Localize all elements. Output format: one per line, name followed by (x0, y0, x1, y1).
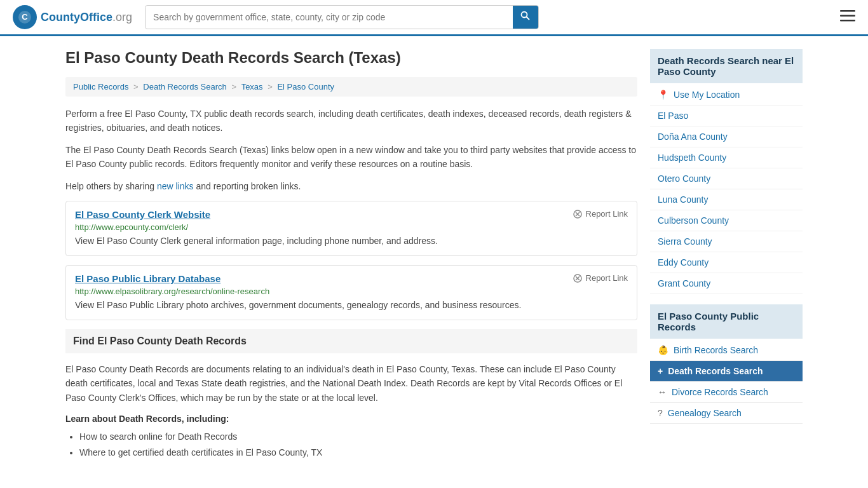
search-input[interactable] (146, 7, 513, 27)
breadcrumb-death-records-search[interactable]: Death Records Search (143, 82, 227, 92)
breadcrumb-sep-1: > (133, 82, 140, 92)
death-icon: + (658, 366, 663, 376)
breadcrumb-public-records[interactable]: Public Records (73, 82, 128, 92)
search-button[interactable] (513, 6, 538, 29)
breadcrumb-el-paso-county[interactable]: El Paso County (277, 82, 334, 92)
breadcrumb-sep-3: > (268, 82, 275, 92)
sidebar-public-records-title: El Paso County Public Records (650, 304, 803, 339)
sidebar-item-grant[interactable]: Grant County (650, 273, 803, 294)
svg-rect-4 (840, 10, 855, 12)
link-entry-library: El Paso Public Library Database Report L… (65, 265, 637, 320)
sidebar: Death Records Search near El Paso County… (650, 49, 803, 461)
logo-text: CountyOffice.org (41, 11, 132, 24)
sidebar-item-otero[interactable]: Otero County (650, 168, 803, 189)
sidebar-item-eddy[interactable]: Eddy County (650, 252, 803, 273)
link-desc-clerk: View El Paso County Clerk general inform… (75, 234, 628, 248)
report-link-library[interactable]: Report Link (573, 273, 628, 283)
svg-text:C: C (22, 12, 28, 22)
find-section-heading: Find El Paso County Death Records (65, 329, 637, 353)
menu-button[interactable] (840, 9, 855, 25)
new-links-link[interactable]: new links (157, 181, 194, 191)
logo[interactable]: C CountyOffice.org (13, 5, 132, 29)
learn-bullets: How to search online for Death Records W… (65, 429, 637, 461)
genealogy-icon: ? (658, 408, 663, 418)
learn-heading: Learn about Death Records, including: (65, 414, 637, 424)
svg-rect-5 (840, 15, 855, 17)
bullet-1: How to search online for Death Records (79, 429, 637, 445)
report-link-clerk[interactable]: Report Link (573, 209, 628, 219)
search-bar (145, 5, 539, 29)
logo-icon: C (13, 5, 37, 29)
svg-point-2 (522, 12, 527, 18)
sidebar-item-birth-records[interactable]: 👶 Birth Records Search (650, 340, 803, 361)
location-icon: 📍 (658, 90, 668, 100)
sidebar-item-death-records[interactable]: + Death Records Search (650, 361, 803, 382)
divorce-icon: ↔ (658, 387, 667, 397)
description-2: The El Paso County Death Records Search … (65, 143, 637, 172)
sidebar-item-dona-ana[interactable]: Doña Ana County (650, 126, 803, 147)
link-title-library[interactable]: El Paso Public Library Database (75, 273, 220, 284)
description-1: Perform a free El Paso County, TX public… (65, 107, 637, 135)
sidebar-public-records-list: 👶 Birth Records Search + Death Records S… (650, 340, 803, 424)
sidebar-item-el-paso[interactable]: El Paso (650, 105, 803, 126)
sidebar-item-hudspeth[interactable]: Hudspeth County (650, 147, 803, 168)
description-3: Help others by sharing new links and rep… (65, 179, 637, 193)
link-title-clerk[interactable]: El Paso County Clerk Website (75, 209, 210, 220)
birth-icon: 👶 (658, 345, 668, 355)
find-section-body: El Paso County Death Records are documen… (65, 362, 637, 405)
sidebar-item-luna[interactable]: Luna County (650, 189, 803, 210)
link-entry-clerk: El Paso County Clerk Website Report Link… (65, 201, 637, 256)
page-title: El Paso County Death Records Search (Tex… (65, 49, 637, 67)
breadcrumb-sep-2: > (231, 82, 238, 92)
breadcrumb-texas[interactable]: Texas (241, 82, 263, 92)
link-desc-library: View El Paso Public Library photo archiv… (75, 299, 628, 312)
link-url-clerk: http://www.epcounty.com/clerk/ (75, 222, 628, 232)
svg-rect-6 (840, 20, 855, 22)
sidebar-item-genealogy[interactable]: ? Genealogy Search (650, 403, 803, 424)
sidebar-item-divorce-records[interactable]: ↔ Divorce Records Search (650, 382, 803, 403)
sidebar-item-culberson[interactable]: Culberson County (650, 210, 803, 231)
sidebar-item-sierra[interactable]: Sierra County (650, 231, 803, 252)
sidebar-item-use-my-location[interactable]: 📍 Use My Location (650, 85, 803, 105)
sidebar-nearby-list: 📍 Use My Location El Paso Doña Ana Count… (650, 85, 803, 294)
link-url-library: http://www.elpasolibrary.org/research/on… (75, 287, 628, 296)
svg-line-3 (527, 17, 530, 20)
bullet-2: Where to get certified death certificate… (79, 445, 637, 461)
sidebar-nearby-title: Death Records Search near El Paso County (650, 49, 803, 83)
breadcrumb: Public Records > Death Records Search > … (65, 77, 637, 97)
